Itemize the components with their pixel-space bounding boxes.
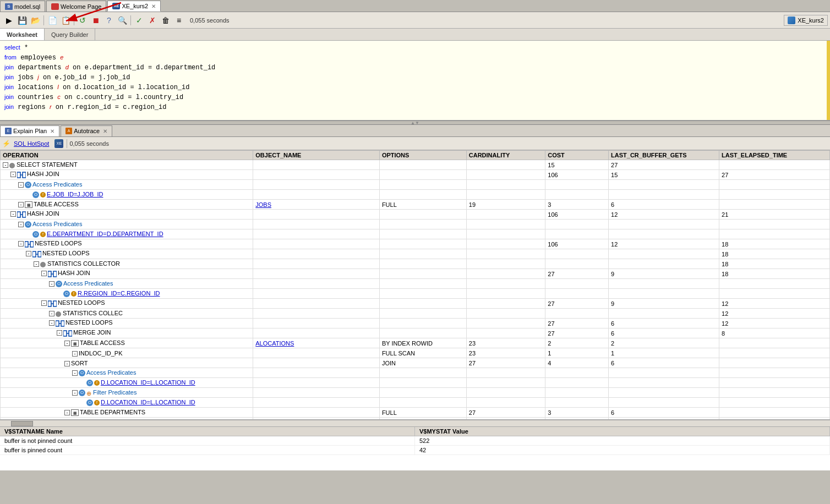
tab-model[interactable]: S model.sql — [0, 1, 45, 12]
result-tab-bar: E Explain Plan ✕ A Autotrace ✕ — [0, 125, 830, 137]
op-text: TABLE ACCESS — [34, 201, 79, 207]
access-pred-icon: O — [63, 291, 70, 297]
cardinality-cell — [466, 279, 545, 289]
expand-collapse[interactable]: - — [3, 162, 8, 168]
explain-btn[interactable]: ? — [103, 14, 115, 26]
refresh-btn[interactable]: ↺ — [77, 14, 89, 26]
run-btn[interactable]: ▶ — [3, 14, 15, 26]
table-row: -OAccess Predicates — [1, 220, 830, 229]
expand-collapse[interactable]: - — [10, 172, 16, 177]
expand-collapse[interactable]: - — [49, 311, 54, 316]
svg-rect-2 — [17, 172, 20, 178]
expand-collapse[interactable]: - — [49, 320, 54, 326]
tab-xe-kurs2[interactable]: XE XE_kurs2 ✕ — [107, 1, 161, 12]
table-row: -OAccess Predicates — [1, 180, 830, 190]
save-btn[interactable]: 💾 — [16, 14, 28, 26]
sql-editor[interactable]: select * from employees e join departmen… — [0, 41, 830, 120]
copy-btn[interactable]: 📋 — [59, 14, 72, 26]
expand-collapse[interactable]: - — [34, 261, 39, 267]
plan-container[interactable]: OPERATION OBJECT_NAME OPTIONS CARDINALIT… — [0, 150, 830, 420]
explain-tab-close[interactable]: ✕ — [50, 128, 54, 134]
table-row: -NESTED LOOPS 27 6 12 — [1, 319, 830, 328]
expand-collapse[interactable]: - — [18, 222, 24, 227]
autotrace-tab-close[interactable]: ✕ — [103, 128, 107, 134]
subtab-worksheet[interactable]: Worksheet — [0, 29, 45, 40]
expand-collapse[interactable]: - — [49, 281, 54, 287]
pred-link[interactable]: E.DEPARTMENT_ID=D.DEPARTMENT_ID — [47, 231, 163, 237]
result-time: 0,055 seconds — [69, 140, 109, 147]
object-cell: ALOCATIONS — [253, 338, 380, 348]
expand-collapse[interactable]: - — [72, 351, 78, 357]
expand-collapse[interactable]: - — [18, 202, 24, 207]
op-cell: OfE.JOB_ID=J.JOB_ID — [1, 190, 253, 200]
new-btn[interactable]: 📄 — [46, 14, 58, 26]
op-text: HASH JOIN — [27, 171, 59, 177]
svg-rect-18 — [53, 301, 57, 306]
op-cell: -HASH JOIN — [1, 210, 253, 220]
clear-btn[interactable]: 🗑 — [160, 14, 172, 26]
cardinality-cell — [466, 328, 545, 338]
result-tab-autotrace[interactable]: A Autotrace ✕ — [61, 125, 112, 136]
pred-text: Access Predicates — [86, 369, 136, 376]
autotrace-btn[interactable]: 🔍 — [116, 14, 128, 26]
op-cell: -▦TABLE DEPARTMENTS — [1, 408, 253, 418]
svg-rect-5 — [17, 212, 20, 217]
lcbg-cell: 6 — [609, 328, 719, 338]
expand-collapse[interactable]: - — [72, 370, 78, 376]
expand-collapse[interactable]: - — [64, 361, 70, 366]
sql-content[interactable]: select * from employees e join departmen… — [0, 41, 830, 114]
object-cell: JOBS — [253, 200, 380, 210]
expand-collapse[interactable]: - — [64, 410, 70, 415]
cardinality-cell — [466, 309, 545, 319]
pred-link[interactable]: E.JOB_ID=J.JOB_ID — [47, 191, 103, 198]
scroll-thumb[interactable] — [11, 421, 33, 426]
tab-xe-close[interactable]: ✕ — [151, 3, 156, 9]
format-btn[interactable]: ≡ — [173, 14, 185, 26]
svg-rect-3 — [23, 172, 26, 178]
object-cell — [253, 180, 380, 190]
object-cell — [253, 249, 380, 259]
options-cell — [379, 289, 466, 299]
open-btn[interactable]: 📂 — [29, 14, 41, 26]
access-pred-icon: O — [86, 380, 93, 386]
expand-collapse[interactable]: - — [18, 241, 24, 246]
expand-collapse[interactable]: - — [72, 390, 78, 396]
rollback-btn[interactable]: ✗ — [146, 14, 159, 26]
cardinality-cell — [466, 289, 545, 299]
expand-collapse[interactable]: - — [57, 330, 62, 336]
expand-collapse[interactable]: - — [10, 211, 16, 217]
table-row: -MERGE JOIN 27 6 8 — [1, 328, 830, 338]
expand-collapse[interactable]: - — [41, 300, 47, 306]
tab-welcome[interactable]: Welcome Page — [46, 1, 106, 12]
resize-handle[interactable]: ▲▼ — [0, 120, 830, 125]
subtab-querybuilder[interactable]: Query Builder — [45, 29, 95, 40]
stop-btn[interactable]: ⏹ — [90, 14, 102, 26]
pred-link[interactable]: D.LOCATION_ID=L.LOCATION_ID — [101, 379, 195, 386]
expand-collapse[interactable]: - — [26, 251, 31, 256]
expand-collapse[interactable]: - — [64, 341, 70, 346]
expand-collapse[interactable]: - — [41, 271, 47, 276]
op-text: HASH JOIN — [58, 270, 90, 276]
options-cell: BY INDEX ROWID — [379, 338, 466, 348]
object-link[interactable]: JOBS — [255, 201, 271, 208]
access-pred-icon: O — [86, 399, 93, 406]
col-header-options: OPTIONS — [379, 151, 466, 160]
result-tab-explain[interactable]: E Explain Plan ✕ — [0, 125, 59, 136]
object-link[interactable]: ALOCATIONS — [255, 340, 294, 347]
pred-link[interactable]: R.REGION_ID=C.REGION_ID — [78, 290, 160, 297]
merge-join-icon — [63, 330, 72, 337]
commit-btn[interactable]: ✓ — [133, 14, 145, 26]
table-row: -STATISTICS COLLEC 12 — [1, 309, 830, 319]
horizontal-scrollbar[interactable] — [0, 420, 830, 426]
pred-link[interactable]: D.LOCATION_ID=L.LOCATION_ID — [101, 399, 195, 406]
table-row: -HASH JOIN 106 12 21 — [1, 210, 830, 220]
options-cell — [379, 269, 466, 279]
cardinality-cell — [466, 319, 545, 328]
cardinality-cell — [466, 269, 545, 279]
table-row: -SORT JOIN 27 4 6 — [1, 358, 830, 368]
expand-collapse[interactable]: - — [18, 182, 24, 188]
object-cell — [253, 239, 380, 249]
cost-cell: 15 — [545, 160, 609, 170]
sql-hotspot-btn[interactable]: SQL HotSpot — [10, 139, 52, 148]
options-cell — [379, 229, 466, 239]
